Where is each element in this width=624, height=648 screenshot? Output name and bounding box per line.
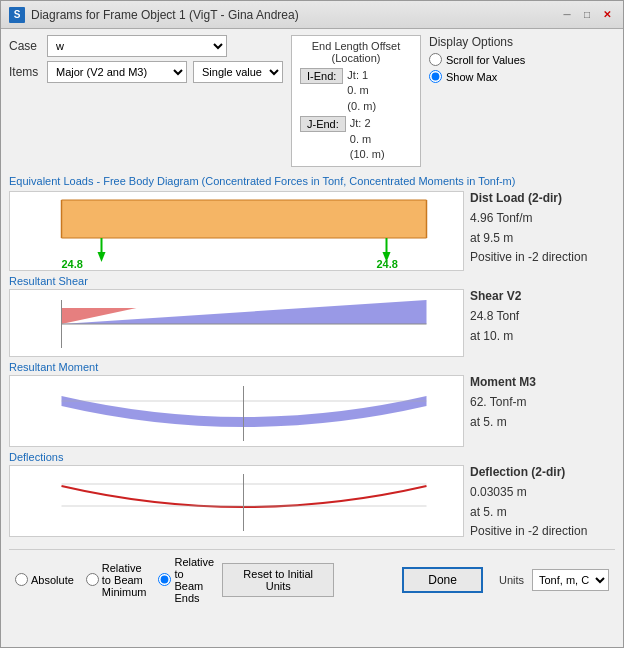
deflection-canvas xyxy=(9,465,464,537)
beam-ends-radio[interactable] xyxy=(158,573,171,586)
maximize-button[interactable]: □ xyxy=(579,7,595,23)
single-select[interactable]: Single valued xyxy=(193,61,283,83)
units-label: Units xyxy=(499,574,524,586)
moment-section: Resultant Moment Moment M3 62. To xyxy=(9,361,615,447)
absolute-radio[interactable] xyxy=(15,573,28,586)
scroll-for-values-label: Scroll for Values xyxy=(446,54,525,66)
moment-title: Moment M3 xyxy=(470,375,615,389)
moment-row: Moment M3 62. Tonf-m at 5. m xyxy=(9,375,615,447)
moment-canvas xyxy=(9,375,464,447)
shear-row: Shear V2 24.8 Tonf at 10. m xyxy=(9,289,615,357)
dist-load-info: Dist Load (2-dir) 4.96 Tonf/m at 9.5 m P… xyxy=(470,191,615,267)
minimize-button[interactable]: ─ xyxy=(559,7,575,23)
main-window: S Diagrams for Frame Object 1 (VigT - Gi… xyxy=(0,0,624,648)
beam-min-radio[interactable] xyxy=(86,573,99,586)
shear-canvas xyxy=(9,289,464,357)
dist-load-title: Dist Load (2-dir) xyxy=(470,191,615,205)
shear-label: Resultant Shear xyxy=(9,275,615,287)
svg-text:24.8: 24.8 xyxy=(62,258,83,270)
deflection-svg xyxy=(10,466,463,537)
j-end-button[interactable]: J-End: xyxy=(300,116,346,132)
case-label: Case xyxy=(9,39,41,53)
reset-button[interactable]: Reset to Initial Units xyxy=(222,563,334,597)
items-select[interactable]: Major (V2 and M3) xyxy=(47,61,187,83)
close-button[interactable]: ✕ xyxy=(599,7,615,23)
dist-load-canvas: 24.8 24.8 xyxy=(9,191,464,271)
items-row: Items Major (V2 and M3) Single valued xyxy=(9,61,283,83)
dist-load-section: 24.8 24.8 Dist Load (2-dir) 4.96 Tonf/m … xyxy=(9,191,615,271)
shear-section: Resultant Shear Shear V2 xyxy=(9,275,615,357)
dist-load-values: 4.96 Tonf/m at 9.5 m Positive in -2 dire… xyxy=(470,209,615,267)
i-end-values: Jt: 1 0. m (0. m) xyxy=(347,68,376,114)
shear-values: 24.8 Tonf at 10. m xyxy=(470,307,615,345)
shear-title: Shear V2 xyxy=(470,289,615,303)
window-controls: ─ □ ✕ xyxy=(559,7,615,23)
absolute-label: Absolute xyxy=(31,574,74,586)
display-options-section: Display Options Scroll for Values Show M… xyxy=(429,35,525,83)
title-bar: S Diagrams for Frame Object 1 (VigT - Gi… xyxy=(1,1,623,29)
beam-ends-option[interactable]: Relative to Beam Ends xyxy=(158,556,214,604)
beam-ends-label: Relative to Beam Ends xyxy=(174,556,214,604)
deflection-label: Deflections xyxy=(9,451,615,463)
dist-load-row: 24.8 24.8 Dist Load (2-dir) 4.96 Tonf/m … xyxy=(9,191,615,271)
i-end-row: I-End: Jt: 1 0. m (0. m) xyxy=(300,68,412,114)
diagram-title: Equivalent Loads - Free Body Diagram (Co… xyxy=(9,175,615,187)
beam-min-label: Relative to Beam Minimum xyxy=(102,562,147,598)
scroll-for-values-radio[interactable] xyxy=(429,53,442,66)
window-title: Diagrams for Frame Object 1 (VigT - Gina… xyxy=(31,8,559,22)
j-end-row: J-End: Jt: 2 0. m (10. m) xyxy=(300,116,412,162)
app-icon: S xyxy=(9,7,25,23)
radio-options: Absolute Relative to Beam Minimum Relati… xyxy=(15,556,214,604)
end-length-section: End Length Offset (Location) I-End: Jt: … xyxy=(291,35,421,167)
dist-load-svg: 24.8 24.8 xyxy=(10,192,463,271)
svg-text:24.8: 24.8 xyxy=(377,258,398,270)
done-button[interactable]: Done xyxy=(402,567,483,593)
moment-info: Moment M3 62. Tonf-m at 5. m xyxy=(470,375,615,431)
top-controls: Case w Items Major (V2 and M3) Single va… xyxy=(9,35,615,167)
i-end-button[interactable]: I-End: xyxy=(300,68,343,84)
svg-rect-0 xyxy=(62,200,427,238)
case-items-section: Case w Items Major (V2 and M3) Single va… xyxy=(9,35,283,83)
shear-info: Shear V2 24.8 Tonf at 10. m xyxy=(470,289,615,345)
deflection-info: Deflection (2-dir) 0.03035 m at 5. m Pos… xyxy=(470,465,615,541)
items-label: Items xyxy=(9,65,41,79)
bottom-bar: Absolute Relative to Beam Minimum Relati… xyxy=(9,549,615,608)
show-max-row: Show Max xyxy=(429,70,525,83)
deflection-section: Deflections Defle xyxy=(9,451,615,541)
deflection-values: 0.03035 m at 5. m Positive in -2 directi… xyxy=(470,483,615,541)
show-max-label: Show Max xyxy=(446,71,497,83)
scroll-for-values-row: Scroll for Values xyxy=(429,53,525,66)
moment-values: 62. Tonf-m at 5. m xyxy=(470,393,615,431)
svg-marker-6 xyxy=(98,252,106,262)
case-row: Case w xyxy=(9,35,283,57)
display-options-title: Display Options xyxy=(429,35,525,49)
end-length-title: End Length Offset (Location) xyxy=(300,40,412,64)
beam-min-option[interactable]: Relative to Beam Minimum xyxy=(86,562,147,598)
shear-svg xyxy=(10,290,463,357)
main-content: Case w Items Major (V2 and M3) Single va… xyxy=(1,29,623,647)
show-max-radio[interactable] xyxy=(429,70,442,83)
units-select[interactable]: Tonf, m, C xyxy=(532,569,609,591)
case-select[interactable]: w xyxy=(47,35,227,57)
deflection-title: Deflection (2-dir) xyxy=(470,465,615,479)
moment-label: Resultant Moment xyxy=(9,361,615,373)
deflection-row: Deflection (2-dir) 0.03035 m at 5. m Pos… xyxy=(9,465,615,541)
moment-svg xyxy=(10,376,463,447)
absolute-option[interactable]: Absolute xyxy=(15,573,74,586)
j-end-values: Jt: 2 0. m (10. m) xyxy=(350,116,385,162)
